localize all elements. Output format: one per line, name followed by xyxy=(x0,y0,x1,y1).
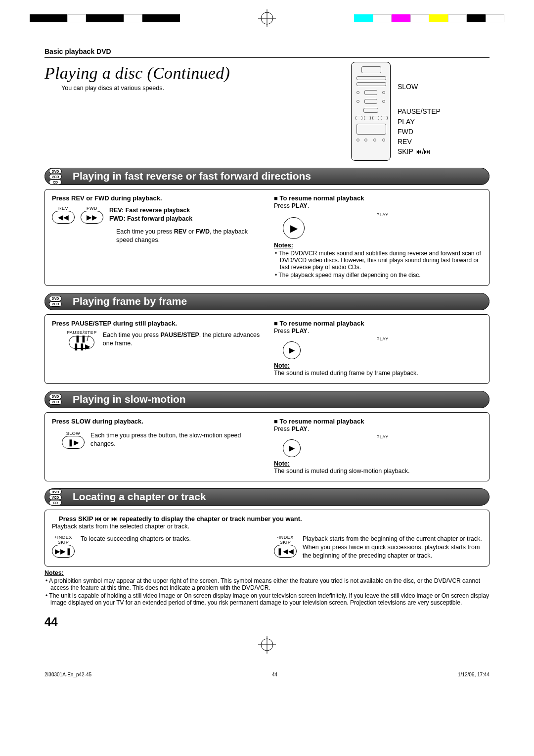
skip-forward-button-icon: ▶▶❚ xyxy=(52,545,75,558)
pause-step-button-icon: ❚❚/❚❚▶ xyxy=(69,336,94,349)
badge-dvd: DVD xyxy=(49,296,62,301)
resume-heading: To resume normal playback xyxy=(274,418,482,425)
badge-dvd: DVD xyxy=(49,394,62,399)
footer: 2I30301A-En_p42-45 44 1/12/06, 17:44 xyxy=(0,662,534,680)
instruction: Press SLOW during playback. xyxy=(52,418,260,425)
crosshair-icon xyxy=(0,635,534,656)
instruction: Press REV or FWD during playback. xyxy=(52,194,260,202)
section-heading-locate: DVD VCD CD Locating a chapter or track xyxy=(44,488,490,506)
remote-diagram: SLOW PAUSE/STEP PLAY FWD REV SKIP ⏮/⏭ xyxy=(351,62,490,161)
remote-label: SKIP ⏮/⏭ xyxy=(398,146,441,156)
remote-label: FWD xyxy=(398,127,441,137)
remote-label: PLAY xyxy=(398,117,441,127)
rev-button-icon: ◀◀ xyxy=(52,211,75,224)
registration-bar xyxy=(0,6,534,31)
section-heading-frame: DVD VCD Playing frame by frame xyxy=(44,293,490,310)
page-number: 44 xyxy=(44,615,490,629)
badge-dvd: DVD xyxy=(49,489,62,494)
note-item: The unit is capable of holding a still v… xyxy=(50,592,490,606)
section-box-slow: Press SLOW during playback. SLOW ❚▶ Each… xyxy=(44,412,490,482)
section-box-frame: Press PAUSE/STEP during still playback. … xyxy=(44,314,490,384)
remote-label: REV xyxy=(398,137,441,146)
crosshair-icon xyxy=(257,8,277,28)
play-button-icon: ▶ xyxy=(283,439,301,457)
remote-label: PAUSE/STEP xyxy=(398,106,441,116)
skip-back-button-icon: ❚◀◀ xyxy=(274,545,297,558)
note-item: A prohibition symbol may appear at the u… xyxy=(50,577,490,591)
fwd-button-icon: ▶▶ xyxy=(81,211,103,224)
section-box-locate: Press SKIP ⏮ or ⏭ repeatedly to display … xyxy=(44,510,490,567)
badge-vcd: VCD xyxy=(49,399,62,405)
instruction: Press PAUSE/STEP during still playback. xyxy=(52,320,260,327)
instruction: Press SKIP ⏮ or ⏭ repeatedly to display … xyxy=(59,515,482,522)
badge-dvd: DVD xyxy=(49,168,62,174)
footer-page: 44 xyxy=(272,672,277,677)
footer-file: 2I30301A-En_p42-45 xyxy=(44,672,91,677)
section-heading-slow: DVD VCD Playing in slow-motion xyxy=(44,391,490,408)
breadcrumb: Basic playback DVD xyxy=(44,47,490,55)
divider xyxy=(44,57,490,58)
section-box-fast: Press REV or FWD during playback. REV ◀◀… xyxy=(44,189,490,286)
badge-vcd: VCD xyxy=(49,301,62,307)
footer-date: 1/12/06, 17:44 xyxy=(458,672,490,677)
note-item: The playback speed may differ depending … xyxy=(280,272,482,279)
badge-cd: CD xyxy=(49,500,62,505)
note-item: The DVD/VCR mutes sound and subtitles du… xyxy=(280,250,482,271)
badge-cd: CD xyxy=(49,179,62,185)
section-heading-fast: DVD VCD CD Playing in fast reverse or fa… xyxy=(44,168,490,185)
remote-label: SLOW xyxy=(398,82,441,92)
badge-vcd: VCD xyxy=(49,494,62,500)
resume-heading: To resume normal playback xyxy=(274,194,482,202)
play-button-icon: ▶ xyxy=(283,341,301,359)
badge-vcd: VCD xyxy=(49,174,62,179)
slow-button-icon: ❚▶ xyxy=(62,436,85,449)
resume-heading: To resume normal playback xyxy=(274,320,482,327)
play-button-icon: ▶ xyxy=(283,217,305,239)
